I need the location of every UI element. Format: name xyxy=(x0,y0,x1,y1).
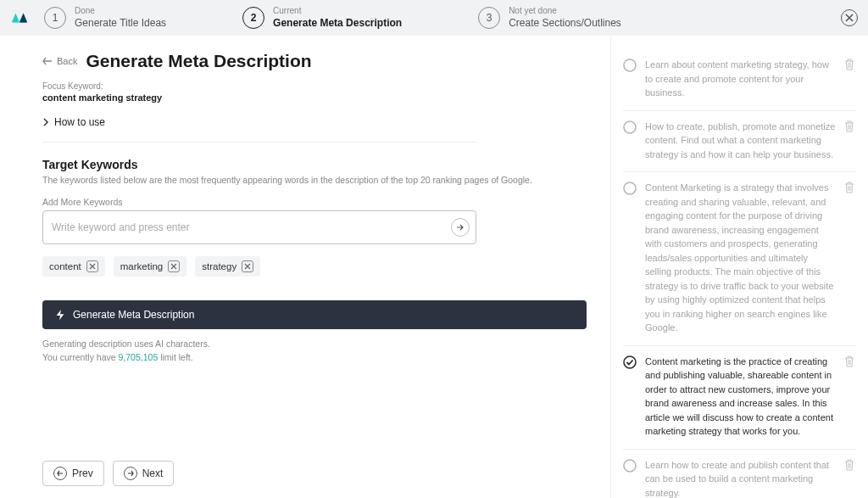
radio-unchecked-icon[interactable] xyxy=(623,182,637,195)
chevron-right-icon xyxy=(42,118,49,126)
close-button[interactable] xyxy=(841,9,858,26)
trash-icon xyxy=(844,120,854,132)
generate-button-label: Generate Meta Description xyxy=(73,309,194,321)
app-logo xyxy=(10,8,29,27)
keyword-tag: content xyxy=(42,256,105,277)
suggestion-item[interactable]: Learn about content marketing strategy, … xyxy=(623,49,856,111)
bolt-icon xyxy=(54,309,66,321)
keyword-submit-button[interactable] xyxy=(451,218,470,237)
target-keywords-title: Target Keywords xyxy=(42,158,587,171)
main-panel: Back Generate Meta Description Focus Key… xyxy=(0,36,610,498)
trash-icon xyxy=(844,459,854,471)
credits-number: 9,705,105 xyxy=(119,352,159,362)
keyword-tag: strategy xyxy=(195,256,260,277)
suggestion-text: Learn about content marketing strategy, … xyxy=(645,58,836,100)
arrow-right-icon xyxy=(124,467,137,480)
stepper: 1 Done Generate Title Ideas 2 Current Ge… xyxy=(44,6,841,30)
keyword-tags: content marketing strategy xyxy=(42,256,587,277)
suggestions-panel: Learn about content marketing strategy, … xyxy=(610,36,868,498)
suggestion-item[interactable]: Learn how to create and publish content … xyxy=(623,450,856,499)
credits-suffix: limit left. xyxy=(158,352,192,362)
step-title: Generate Meta Description xyxy=(273,17,402,30)
generate-button[interactable]: Generate Meta Description xyxy=(42,300,587,329)
x-icon xyxy=(89,263,96,270)
delete-suggestion-button[interactable] xyxy=(844,120,856,132)
target-keywords-subtitle: The keywords listed below are the most f… xyxy=(42,175,587,185)
trash-icon xyxy=(844,355,854,367)
credits-info: Generating description uses AI character… xyxy=(42,338,587,365)
svg-point-2 xyxy=(624,182,636,194)
svg-point-1 xyxy=(624,121,636,133)
tag-remove-button[interactable] xyxy=(168,260,180,272)
x-icon xyxy=(170,263,177,270)
back-label: Back xyxy=(57,56,77,66)
step-status: Current xyxy=(273,6,402,17)
radio-checked-icon[interactable] xyxy=(623,355,637,369)
svg-point-0 xyxy=(624,59,636,71)
focus-keyword-value: content marketing strategy xyxy=(42,92,587,103)
step-number: 2 xyxy=(242,7,264,29)
delete-suggestion-button[interactable] xyxy=(844,59,856,70)
delete-suggestion-button[interactable] xyxy=(844,355,856,367)
next-button[interactable]: Next xyxy=(113,461,175,486)
topbar: 1 Done Generate Title Ideas 2 Current Ge… xyxy=(0,0,868,36)
step-2[interactable]: 2 Current Generate Meta Description xyxy=(242,6,402,30)
how-to-use-label: How to use xyxy=(54,116,105,128)
trash-icon xyxy=(844,182,854,193)
credits-prefix: You currently have xyxy=(42,352,119,362)
keyword-tag: marketing xyxy=(114,256,187,277)
suggestion-text: Learn how to create and publish content … xyxy=(645,458,836,499)
suggestion-item[interactable]: Content Marketing is a strategy that inv… xyxy=(623,172,856,346)
suggestion-item[interactable]: Content marketing is the practice of cre… xyxy=(623,346,856,450)
tag-remove-button[interactable] xyxy=(86,260,98,272)
page-title: Generate Meta Description xyxy=(86,51,311,71)
credits-line1: Generating description uses AI character… xyxy=(42,339,210,349)
arrow-left-icon xyxy=(42,57,53,65)
step-status: Done xyxy=(75,6,166,17)
tag-label: marketing xyxy=(120,261,164,271)
tag-label: content xyxy=(49,261,81,271)
add-keywords-label: Add More Keywords xyxy=(42,197,587,207)
suggestion-text: Content Marketing is a strategy that inv… xyxy=(645,181,836,335)
suggestion-item[interactable]: How to create, publish, promote and mone… xyxy=(623,111,856,173)
step-title: Generate Title Ideas xyxy=(75,17,166,30)
next-label: Next xyxy=(142,467,164,479)
step-number: 3 xyxy=(478,7,500,29)
trash-icon xyxy=(844,59,854,70)
how-to-use-toggle[interactable]: How to use xyxy=(42,116,587,128)
delete-suggestion-button[interactable] xyxy=(844,459,856,471)
radio-unchecked-icon[interactable] xyxy=(623,59,637,72)
prev-label: Prev xyxy=(72,467,93,479)
divider xyxy=(42,142,476,143)
step-status: Not yet done xyxy=(509,6,621,17)
x-icon xyxy=(244,263,251,270)
footer-nav: Prev Next xyxy=(42,461,174,486)
keyword-input[interactable] xyxy=(42,210,476,244)
step-number: 1 xyxy=(44,7,66,29)
svg-point-4 xyxy=(624,460,636,472)
radio-unchecked-icon[interactable] xyxy=(623,459,637,473)
suggestion-text: Content marketing is the practice of cre… xyxy=(645,355,836,439)
prev-button[interactable]: Prev xyxy=(42,461,104,486)
focus-keyword-label: Focus Keyword: xyxy=(42,81,587,91)
step-3[interactable]: 3 Not yet done Create Sections/Outlines xyxy=(478,6,621,30)
arrow-right-circle-icon xyxy=(456,223,465,232)
delete-suggestion-button[interactable] xyxy=(844,182,856,193)
tag-remove-button[interactable] xyxy=(242,260,253,272)
step-title: Create Sections/Outlines xyxy=(509,17,621,30)
step-1[interactable]: 1 Done Generate Title Ideas xyxy=(44,6,166,30)
tag-label: strategy xyxy=(202,261,236,271)
back-link[interactable]: Back xyxy=(42,56,77,66)
arrow-left-icon xyxy=(53,467,67,480)
close-icon xyxy=(845,14,854,22)
suggestion-text: How to create, publish, promote and mone… xyxy=(645,120,836,162)
svg-point-3 xyxy=(624,356,636,368)
radio-unchecked-icon[interactable] xyxy=(623,120,637,134)
